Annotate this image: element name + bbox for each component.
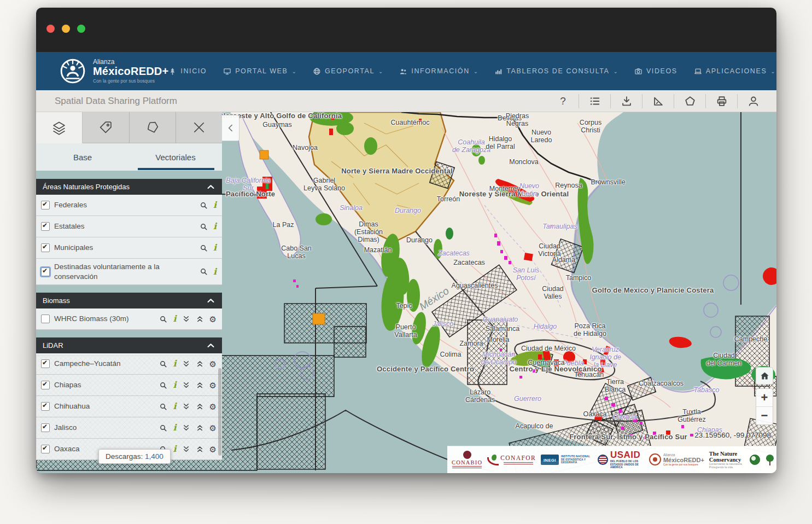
zoom-in-button[interactable]: + [756, 389, 773, 406]
chevrons-down-icon[interactable] [182, 445, 190, 453]
sidebar-collapse-button[interactable] [222, 115, 239, 141]
traffic-light-close[interactable] [46, 25, 55, 33]
measure-button[interactable] [642, 94, 674, 108]
info-icon[interactable]: i [173, 445, 176, 453]
layer-checkbox[interactable] [41, 222, 50, 231]
layer-row: Campeche–Yucatáni⚙ [36, 353, 222, 375]
zoom-out-button[interactable]: − [756, 406, 773, 424]
info-icon[interactable]: i [213, 267, 217, 276]
attribution-bar: CONABIOCONAFORINEGIINSTITUTO NACIONAL DE… [447, 446, 776, 473]
map-coordinates: 23.159560, -99.077098 [694, 431, 771, 439]
chevrons-up-icon[interactable] [196, 424, 204, 432]
layer-checkbox[interactable] [41, 402, 50, 411]
tool-tab-polygon[interactable] [130, 112, 176, 143]
section-header-areas-naturales-protegidas[interactable]: Áreas Naturales Protegidas [36, 179, 222, 195]
chevrons-down-icon[interactable] [182, 403, 190, 411]
info-icon[interactable]: i [173, 402, 176, 411]
chevrons-down-icon[interactable] [182, 381, 190, 389]
chart-icon [494, 67, 503, 75]
section-title: Áreas Naturales Protegidas [43, 183, 130, 191]
partner-logo-inegi: INEGIINSTITUTO NACIONAL DE ESTADÍSTICA Y… [541, 455, 593, 465]
draw-area-button[interactable] [674, 94, 705, 108]
info-icon[interactable]: i [213, 201, 217, 209]
search-icon[interactable] [159, 381, 167, 389]
info-icon[interactable]: i [173, 423, 176, 432]
info-icon[interactable]: i [213, 222, 217, 231]
layer-row: Municipalesi [36, 237, 222, 259]
print-button[interactable] [705, 94, 737, 108]
gear-icon[interactable]: ⚙ [209, 445, 217, 453]
list-icon [589, 95, 601, 107]
layer-actions: i⚙ [159, 359, 217, 368]
sidebar-scrollbar[interactable] [218, 368, 221, 456]
nav-item-geoportal[interactable]: GEOPORTAL⌄ [313, 67, 383, 75]
search-icon[interactable] [200, 201, 208, 209]
section-header-lidar[interactable]: LiDAR [36, 337, 222, 353]
chevrons-down-icon[interactable] [182, 424, 190, 432]
nav-item-label: VIDEOS [646, 67, 677, 75]
layer-label: WHRC Biomass (30m) [54, 311, 155, 327]
home-button[interactable] [756, 367, 773, 385]
globe-icon [313, 67, 321, 75]
nav-item-informacion[interactable]: INFORMACIÓN⌄ [399, 67, 478, 75]
gear-icon[interactable]: ⚙ [209, 424, 217, 432]
traffic-light-minimize[interactable] [62, 25, 70, 33]
section-header-biomass[interactable]: Biomass [36, 293, 222, 308]
legend-button[interactable] [579, 94, 610, 108]
brand[interactable]: Alianza MéxicoREDD+ Con la gente por sus… [59, 57, 168, 85]
chevrons-down-icon[interactable] [182, 315, 190, 323]
nav-item-tableros-de-consulta[interactable]: TABLEROS DE CONSULTA⌄ [494, 67, 618, 75]
search-icon[interactable] [159, 360, 167, 368]
traffic-light-zoom[interactable] [77, 25, 85, 33]
layer-checkbox[interactable] [41, 423, 50, 432]
nav-item-videos[interactable]: VIDEOS [634, 67, 677, 75]
layer-checkbox[interactable] [41, 445, 50, 453]
download-button[interactable] [610, 94, 642, 108]
chevrons-up-icon[interactable] [196, 403, 204, 411]
search-icon[interactable] [159, 315, 167, 323]
layer-checkbox[interactable] [41, 267, 50, 276]
nav-item-aplicaciones[interactable]: APLICACIONES⌄ [694, 67, 775, 75]
tree-icon [168, 67, 177, 75]
info-icon[interactable]: i [173, 359, 176, 368]
layer-checkbox[interactable] [41, 243, 50, 252]
layer-checkbox[interactable] [41, 359, 50, 368]
chevrons-up-icon[interactable] [196, 360, 204, 368]
search-icon[interactable] [200, 223, 208, 231]
search-icon[interactable] [200, 267, 208, 276]
chevrons-down-icon[interactable] [182, 360, 190, 368]
gear-icon[interactable]: ⚙ [209, 403, 217, 411]
tool-tab-layers[interactable] [36, 112, 83, 143]
camera-icon [634, 67, 642, 75]
tab-vectoriales[interactable]: Vectoriales [129, 143, 222, 171]
layer-actions: i [200, 222, 217, 231]
tool-tab-close[interactable] [176, 112, 222, 143]
help-button[interactable]: ? [547, 94, 579, 108]
tab-label: Vectoriales [155, 153, 195, 162]
layer-checkbox[interactable] [41, 381, 50, 389]
laptop-icon [694, 67, 702, 75]
layer-checkbox[interactable] [41, 201, 50, 209]
info-icon[interactable]: i [173, 381, 176, 389]
map-area: Noroeste y Alto Golfo de CaliforniaNorte… [36, 112, 776, 473]
chevrons-up-icon[interactable] [196, 381, 204, 389]
info-icon[interactable]: i [213, 243, 217, 252]
section-lidar: LiDARCampeche–Yucatáni⚙Chiapasi⚙Chihuahu… [36, 337, 222, 460]
chevrons-up-icon[interactable] [196, 315, 204, 323]
info-icon[interactable]: i [173, 315, 176, 323]
partner-logo-usaid: USAIDDEL PUEBLO DE LOS ESTADOS UNIDOS DE… [598, 450, 644, 469]
nav-item-inicio[interactable]: INICIO [168, 67, 207, 75]
gear-icon[interactable]: ⚙ [209, 381, 217, 389]
search-icon[interactable] [200, 244, 208, 252]
nav-item-portal-web[interactable]: PORTAL WEB⌄ [223, 67, 296, 75]
search-icon[interactable] [159, 403, 167, 411]
tab-base[interactable]: Base [36, 143, 129, 171]
gear-icon[interactable]: ⚙ [209, 360, 217, 368]
search-icon[interactable] [159, 424, 167, 432]
chevron-up-icon [206, 341, 215, 350]
gear-icon[interactable]: ⚙ [209, 315, 217, 323]
chevrons-up-icon[interactable] [196, 445, 204, 453]
tool-tab-tag[interactable] [83, 112, 129, 143]
user-button[interactable] [737, 94, 769, 108]
layer-checkbox[interactable] [41, 315, 50, 323]
